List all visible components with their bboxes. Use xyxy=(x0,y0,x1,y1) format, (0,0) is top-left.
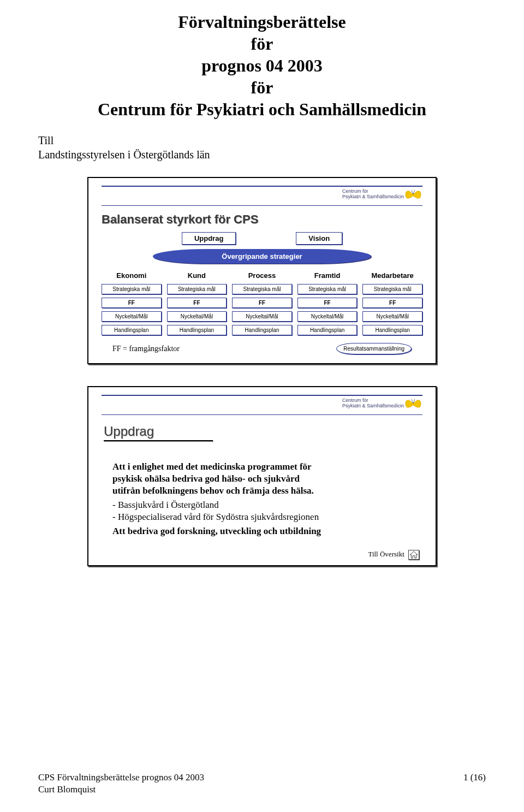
col-kund: Kund xyxy=(167,270,227,281)
chip-uppdrag: Uppdrag xyxy=(182,232,236,245)
divider xyxy=(102,205,422,206)
cell-nyckeltal: Nyckeltal/Mål xyxy=(362,311,422,322)
col-ekonomi: Ekonomi xyxy=(102,270,162,281)
addressee-line-1: Till xyxy=(38,133,486,147)
slide1-title: Balanserat styrkort för CPS xyxy=(102,212,422,227)
document-title: Förvaltningsberättelse för prognos 04 20… xyxy=(38,11,486,120)
cell-strategiska: Strategiska mål xyxy=(362,284,422,294)
svg-marker-4 xyxy=(410,551,418,558)
slide2-body: Att i enlighet med det medicinska progra… xyxy=(102,455,422,540)
cell-nyckeltal: Nyckeltal/Mål xyxy=(167,311,227,322)
till-oversikt-row: Till Översikt xyxy=(102,550,422,560)
divider xyxy=(102,186,422,187)
cell-handlingsplan: Handlingsplan xyxy=(297,325,358,335)
scorecard-grid: Ekonomi Kund Process Framtid Medarbetare… xyxy=(102,270,422,335)
cell-nyckeltal: Nyckeltal/Mål xyxy=(102,311,162,322)
result-pill: Resultatsammanställning xyxy=(336,343,412,354)
cell-ff: FF xyxy=(102,298,162,308)
divider xyxy=(102,414,422,415)
footer-doc-title: CPS Förvaltningsberättelse prognos 04 20… xyxy=(38,772,204,784)
ff-legend: FF = framgångsfaktor xyxy=(112,345,180,353)
addressee-block: Till Landstingsstyrelsen i Östergötlands… xyxy=(38,133,486,162)
cell-strategiska: Strategiska mål xyxy=(297,284,358,294)
title-line-4: för xyxy=(38,76,486,98)
cell-nyckeltal: Nyckeltal/Mål xyxy=(232,311,292,322)
cell-ff: FF xyxy=(297,298,358,308)
till-oversikt-label: Till Översikt xyxy=(368,550,404,558)
mission-line-2: Att bedriva god forskning, utveckling oc… xyxy=(112,525,412,537)
bullet-hogspecialiserad: - Högspecialiserad vård för Sydöstra sju… xyxy=(112,511,412,523)
footer-author: Curt Blomquist xyxy=(38,784,204,796)
cell-nyckeltal: Nyckeltal/Mål xyxy=(297,311,358,322)
cell-handlingsplan: Handlingsplan xyxy=(232,325,292,335)
cell-handlingsplan: Handlingsplan xyxy=(167,325,227,335)
col-framtid: Framtid xyxy=(297,270,358,281)
cell-strategiska: Strategiska mål xyxy=(102,284,162,294)
slide-balanserat-styrkort: Centrum för Psykiatri & Samhällsmedicin … xyxy=(87,177,437,364)
bullet-bassjukvard: - Bassjukvård i Östergötland xyxy=(112,499,412,511)
cell-strategiska: Strategiska mål xyxy=(167,284,227,294)
chip-vision: Vision xyxy=(296,232,342,245)
pill-strategier: Övergripande strategier xyxy=(153,249,371,264)
title-line-2: för xyxy=(38,33,486,55)
col-medarbetare: Medarbetare xyxy=(362,270,422,281)
cell-strategiska: Strategiska mål xyxy=(232,284,292,294)
mission-line: utifrån befolkningens behov och främja d… xyxy=(112,485,412,497)
divider xyxy=(102,395,422,396)
org-name: Centrum för Psykiatri & Samhällsmedicin xyxy=(342,189,404,200)
butterfly-icon xyxy=(404,189,422,203)
title-underline xyxy=(104,440,213,441)
page-footer: CPS Förvaltningsberättelse prognos 04 20… xyxy=(38,772,486,796)
butterfly-icon xyxy=(404,398,422,412)
cell-ff: FF xyxy=(232,298,292,308)
cell-ff: FF xyxy=(167,298,227,308)
title-line-3: prognos 04 2003 xyxy=(38,55,486,76)
cell-handlingsplan: Handlingsplan xyxy=(102,325,162,335)
addressee-line-2: Landstingsstyrelsen i Östergötlands län xyxy=(38,147,486,162)
mission-line: psykisk ohälsa bedriva god hälso- och sj… xyxy=(112,473,412,485)
home-icon[interactable] xyxy=(408,550,419,560)
slide-uppdrag: Centrum för Psykiatri & Samhällsmedicin … xyxy=(87,386,437,566)
col-process: Process xyxy=(232,270,292,281)
title-line-5: Centrum för Psykiatri och Samhällsmedici… xyxy=(38,98,486,120)
title-line-1: Förvaltningsberättelse xyxy=(38,11,486,33)
cell-handlingsplan: Handlingsplan xyxy=(362,325,422,335)
cell-ff: FF xyxy=(362,298,422,308)
mission-line: Att i enlighet med det medicinska progra… xyxy=(112,461,412,473)
org-name: Centrum för Psykiatri & Samhällsmedicin xyxy=(342,398,404,409)
slide2-title: Uppdrag xyxy=(104,424,422,439)
footer-page-number: 1 (16) xyxy=(463,772,486,796)
